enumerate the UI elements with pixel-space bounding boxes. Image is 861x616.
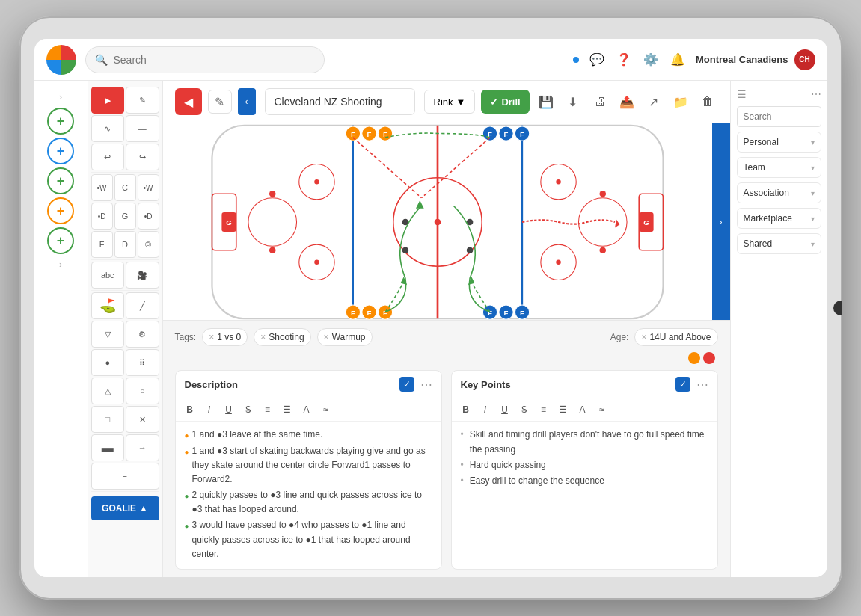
f-tool[interactable]: F [91, 231, 113, 258]
add-button-green-1[interactable]: + [47, 108, 74, 135]
cursor-tool[interactable]: ▶ [91, 87, 125, 114]
redo-tool[interactable]: ↪ [126, 144, 159, 170]
key-points-menu[interactable]: ⋯ [696, 378, 708, 392]
d2-tool[interactable]: •D [138, 203, 159, 230]
key-points-toolbar: B I U S̶ ≡ ☰ A ≈ [452, 398, 717, 422]
arrow-tool[interactable]: → [126, 434, 159, 461]
kp-bold-tool[interactable]: B [458, 401, 474, 418]
download-icon[interactable]: ⬇ [563, 91, 583, 112]
description-menu[interactable]: ⋯ [420, 378, 432, 392]
text-tool[interactable]: abc [91, 262, 125, 289]
edit-button[interactable]: ✎ [208, 90, 232, 114]
key-points-title: Key Points [461, 379, 670, 390]
kp-bullet-tool[interactable]: ≡ [536, 401, 552, 418]
help-icon[interactable]: ❓ [615, 51, 633, 69]
d-tool[interactable]: •D [91, 203, 113, 230]
strikethrough-tool[interactable]: S̶ [240, 401, 257, 418]
kp-strike-tool[interactable]: S̶ [516, 401, 533, 418]
drill-button[interactable]: ✓ Drill [481, 90, 529, 114]
chat-icon[interactable]: 💬 [588, 51, 606, 69]
marketplace-label: Marketplace [744, 213, 792, 224]
d3-tool[interactable]: D [114, 231, 136, 258]
team-badge: Montreal Canadiens CH [696, 49, 815, 70]
kp-italic-tool[interactable]: I [477, 401, 494, 418]
dots-tool[interactable]: ⠿ [126, 349, 159, 376]
rs-item-team[interactable]: Team ▾ [737, 157, 821, 178]
w-tool[interactable]: •W [91, 174, 113, 201]
video-tool[interactable]: 🎥 [126, 262, 159, 289]
drill-title-input[interactable] [265, 88, 415, 115]
bullet-list-tool[interactable]: ≡ [260, 401, 276, 418]
tag-1vs0[interactable]: × 1 vs 0 [202, 328, 248, 346]
underline-tool[interactable]: U [221, 401, 237, 418]
h-line-tool[interactable]: ▬ [91, 434, 125, 461]
folder-icon[interactable]: 📁 [670, 91, 691, 112]
bracket-tool[interactable]: ⌐ [91, 463, 159, 490]
key-points-check[interactable]: ✓ [675, 377, 690, 392]
kp-number-tool[interactable]: ☰ [555, 401, 572, 418]
search-input[interactable] [114, 54, 315, 66]
sidebar-arrow-down[interactable]: › [53, 257, 68, 272]
share-icon[interactable]: ↗ [643, 91, 664, 112]
curve-tool[interactable]: ∿ [91, 115, 125, 142]
undo-tool[interactable]: ↩ [91, 144, 125, 170]
export-icon[interactable]: 📤 [616, 91, 637, 112]
square-tool[interactable]: □ [91, 406, 125, 433]
w2-tool[interactable]: •W [138, 174, 159, 201]
net-tool[interactable]: ⛳ [91, 292, 125, 319]
right-panel-toggle[interactable]: › [712, 123, 730, 320]
sidebar-arrow-up[interactable]: › [53, 90, 68, 105]
save-icon[interactable]: 💾 [536, 91, 557, 112]
svg-text:F: F [350, 309, 355, 317]
text-size-tool[interactable]: A [298, 401, 315, 418]
tag-close-2[interactable]: × [260, 332, 266, 342]
add-button-green-3[interactable]: + [47, 227, 74, 254]
print-icon[interactable]: 🖨 [589, 91, 610, 112]
line-tool[interactable]: — [126, 115, 159, 142]
rs-chevron-team: ▾ [811, 164, 815, 172]
kp-textsize-tool[interactable]: A [574, 401, 591, 418]
tags-label: Tags: [175, 332, 197, 342]
age-close[interactable]: × [641, 332, 646, 342]
text-align-tool[interactable]: ≈ [318, 401, 334, 418]
back-button[interactable]: ◀ [175, 88, 202, 115]
rs-item-personal[interactable]: Personal ▾ [737, 132, 821, 153]
rs-more-icon[interactable]: ⋯ [811, 88, 821, 100]
tag-close-3[interactable]: × [324, 332, 329, 342]
bold-tool[interactable]: B [182, 401, 198, 418]
notification-icon[interactable]: 🔔 [669, 51, 687, 69]
rs-item-shared[interactable]: Shared ▾ [737, 233, 821, 254]
dot-tool[interactable]: ● [91, 349, 125, 376]
settings-icon[interactable]: ⚙️ [642, 51, 660, 69]
tag-close-1[interactable]: × [209, 332, 214, 342]
description-check[interactable]: ✓ [399, 377, 414, 392]
add-button-green-2[interactable]: + [47, 167, 74, 194]
triangle-tool[interactable]: △ [91, 378, 125, 404]
collapse-button[interactable]: ‹ [238, 88, 256, 115]
add-button-orange[interactable]: + [47, 197, 74, 224]
gear-small-tool[interactable]: ⚙ [126, 321, 159, 348]
cone-tool[interactable]: ▽ [91, 321, 125, 348]
rs-search-input[interactable] [737, 106, 821, 127]
slash-tool[interactable]: ╱ [126, 292, 159, 319]
number-list-tool[interactable]: ☰ [279, 401, 295, 418]
x-tool[interactable]: ✕ [126, 406, 159, 433]
kp-underline-tool[interactable]: U [497, 401, 513, 418]
c-tool[interactable]: C [114, 174, 136, 201]
goalie-bar[interactable]: GOALIE ▲ [91, 496, 159, 520]
search-bar-container[interactable]: 🔍 [85, 46, 325, 73]
tag-warmup[interactable]: × Warmup [317, 328, 373, 346]
rs-list-icon[interactable]: ☰ [737, 88, 747, 100]
rs-item-association[interactable]: Association ▾ [737, 182, 821, 203]
tag-shooting[interactable]: × Shooting [254, 328, 310, 346]
edit-tool[interactable]: ✎ [126, 87, 159, 114]
rs-item-marketplace[interactable]: Marketplace ▾ [737, 208, 821, 229]
rink-button[interactable]: Rink ▼ [424, 90, 476, 114]
delete-icon[interactable]: 🗑 [697, 91, 718, 112]
circle-tool[interactable]: ○ [126, 378, 159, 404]
g-tool[interactable]: G [114, 203, 136, 230]
add-button-blue[interactable]: + [47, 138, 74, 164]
italic-tool[interactable]: I [201, 401, 218, 418]
kp-align-tool[interactable]: ≈ [594, 401, 610, 418]
copyright-tool[interactable]: © [138, 231, 159, 258]
